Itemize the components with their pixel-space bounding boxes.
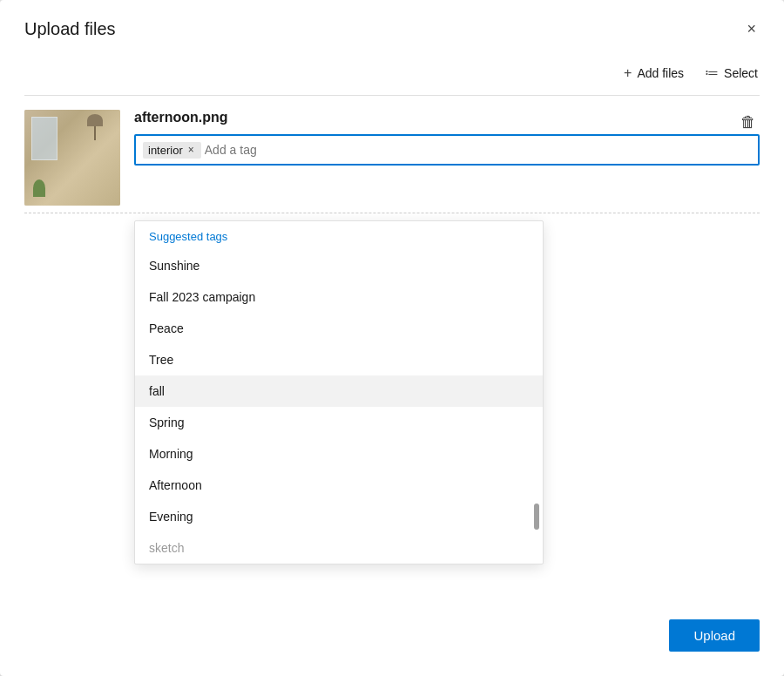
select-label: Select (724, 66, 758, 80)
lamp-decoration (87, 114, 103, 140)
file-area: afternoon.png interior × 🗑 Suggested tag (0, 96, 784, 578)
scrollbar-thumb (534, 504, 539, 530)
add-files-label: Add files (637, 66, 684, 80)
tag-chip: interior × (143, 142, 201, 159)
tag-label: interior (148, 144, 183, 157)
tag-dropdown-container: Suggested tags Sunshine Fall 2023 campai… (134, 220, 760, 564)
file-thumbnail (24, 110, 120, 206)
window-decoration (31, 117, 57, 160)
dialog-header: Upload files × (0, 0, 784, 54)
upload-dialog: Upload files × + Add files ≔ Select (0, 0, 784, 676)
tag-dropdown: Suggested tags Sunshine Fall 2023 campai… (134, 220, 544, 564)
select-button[interactable]: ≔ Select (703, 61, 760, 84)
dropdown-item-fall-campaign[interactable]: Fall 2023 campaign (135, 281, 543, 313)
select-icon: ≔ (705, 64, 719, 81)
dialog-footer: Upload (669, 619, 760, 652)
dropdown-item-peace[interactable]: Peace (135, 313, 543, 344)
delete-file-button[interactable]: 🗑 (737, 110, 760, 135)
thumbnail-image (24, 110, 120, 206)
file-name: afternoon.png (134, 110, 760, 125)
dropdown-item-sketch[interactable]: sketch (135, 532, 543, 564)
dropdown-item-tree[interactable]: Tree (135, 344, 543, 375)
tag-input[interactable] (205, 143, 751, 157)
dropdown-item-afternoon[interactable]: Afternoon (135, 470, 543, 501)
dropdown-item-fall[interactable]: fall (135, 375, 543, 407)
dropdown-section-label: Suggested tags (135, 221, 543, 250)
file-row: afternoon.png interior × 🗑 (24, 110, 760, 206)
dropdown-item-sunshine[interactable]: Sunshine (135, 250, 543, 281)
dropdown-item-morning[interactable]: Morning (135, 438, 543, 470)
file-divider (24, 213, 760, 213)
file-info: afternoon.png interior × (134, 110, 760, 166)
trash-icon: 🗑 (740, 113, 756, 131)
tag-chip-remove-button[interactable]: × (186, 145, 196, 155)
plant-decoration (33, 179, 45, 197)
tag-input-wrapper[interactable]: interior × (134, 134, 760, 166)
dropdown-item-spring[interactable]: Spring (135, 407, 543, 438)
dialog-title: Upload files (24, 19, 116, 39)
dropdown-item-evening[interactable]: Evening (135, 501, 543, 532)
upload-button[interactable]: Upload (669, 619, 760, 652)
toolbar: + Add files ≔ Select (0, 54, 784, 95)
add-files-button[interactable]: + Add files (622, 62, 686, 84)
close-button[interactable]: × (743, 17, 760, 40)
plus-icon: + (624, 65, 632, 81)
